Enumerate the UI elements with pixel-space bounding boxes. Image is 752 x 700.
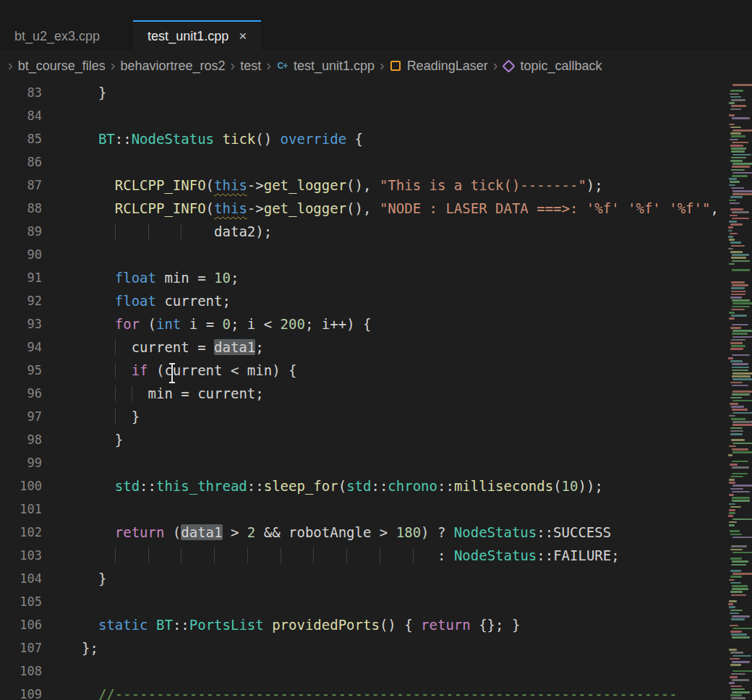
code-line[interactable]: 86	[0, 150, 752, 174]
code-line[interactable]: 90	[0, 243, 752, 266]
code-token: (current < min) {	[148, 362, 297, 378]
code-line[interactable]: 107};	[0, 636, 752, 660]
minimap-line	[732, 518, 752, 521]
line-number: 83	[0, 81, 45, 104]
code-token: (	[553, 478, 561, 494]
code-line[interactable]: 99	[0, 451, 752, 474]
code-text	[45, 104, 752, 127]
code-token: "NODE : LASER DATA ===>: '%f' '%f' '%f'"	[380, 200, 711, 216]
breadcrumb-item-bt_course_files[interactable]: bt_course_files	[18, 59, 106, 74]
minimap-line	[730, 530, 740, 532]
minimap-line	[730, 327, 741, 329]
minimap-line	[731, 257, 746, 259]
code-token	[82, 524, 115, 540]
minimap-line	[732, 393, 750, 396]
code-token: static	[98, 617, 148, 633]
close-icon[interactable]: ×	[239, 28, 247, 44]
code-line[interactable]: 97 }	[0, 405, 752, 428]
code-token: {}; }	[471, 617, 521, 633]
code-token: (	[164, 524, 181, 540]
minimap-line	[729, 221, 737, 223]
minimap-line	[732, 367, 749, 369]
minimap-line	[729, 239, 735, 241]
code-line[interactable]: 88 RCLCPP_INFO(this->get_logger(), "NODE…	[0, 197, 752, 220]
code-line[interactable]: 109 //----------------------------------…	[0, 683, 752, 700]
line-number: 86	[0, 150, 45, 174]
breadcrumb-item-topic_callback[interactable]: topic_callback	[503, 59, 602, 74]
chevron-right-icon: ›	[231, 57, 236, 74]
line-number: 89	[0, 220, 45, 243]
code-token	[115, 223, 148, 239]
breadcrumb-item-ReadingLaser[interactable]: ReadingLaser	[390, 59, 488, 74]
code-text: for (int i = 0; i < 200; i++) {	[45, 312, 752, 336]
code-token: int	[156, 316, 181, 332]
code-line[interactable]: 96 min = current;	[0, 382, 752, 405]
code-line[interactable]: 91 float min = 10;	[0, 266, 752, 289]
minimap-line	[729, 503, 735, 505]
code-area[interactable]: 83 }8485 BT::NodeStatus tick() override …	[0, 81, 752, 700]
code-token	[82, 362, 115, 378]
code-line[interactable]: 93 for (int i = 0; i < 200; i++) {	[0, 312, 752, 336]
minimap-line	[732, 491, 750, 493]
minimap-line	[732, 306, 750, 308]
breadcrumb-item-test[interactable]: test	[240, 59, 261, 74]
code-token: ::	[371, 478, 388, 494]
code-line[interactable]: 102 return (data1 > 2 && robotAngle > 18…	[0, 521, 752, 544]
code-line[interactable]: 94 current = data1;	[0, 336, 752, 359]
code-line[interactable]: 92 float current;	[0, 289, 752, 312]
breadcrumb-item-behaviortree_ros2[interactable]: behaviortree_ros2	[120, 59, 225, 74]
code-line[interactable]: 98 }	[0, 428, 752, 451]
code-token	[82, 200, 115, 216]
code-token	[82, 686, 98, 700]
breadcrumb-label: test	[240, 59, 261, 74]
code-line[interactable]: 95 if (current < min) {	[0, 359, 752, 382]
code-line[interactable]: 100 std::this_thread::sleep_for(std::chr…	[0, 474, 752, 498]
minimap[interactable]	[727, 81, 752, 700]
code-line[interactable]: 85 BT::NodeStatus tick() override {	[0, 127, 752, 150]
minimap-line	[732, 409, 748, 411]
minimap-line	[730, 233, 738, 235]
minimap-line	[732, 117, 750, 119]
line-number: 94	[0, 336, 45, 359]
code-line[interactable]: 87 RCLCPP_INFO(this->get_logger(), "This…	[0, 174, 752, 197]
code-text: : NodeStatus::FAILURE;	[45, 544, 752, 567]
minimap-line	[732, 163, 752, 165]
minimap-line	[729, 263, 735, 265]
code-line[interactable]: 104 }	[0, 567, 752, 590]
code-text: current = data1;	[45, 336, 752, 359]
minimap-line	[728, 230, 732, 232]
minimap-line	[730, 652, 743, 654]
minimap-line	[730, 403, 738, 405]
code-line[interactable]: 108	[0, 660, 752, 683]
code-token	[148, 547, 181, 563]
code-line[interactable]: 105	[0, 590, 752, 613]
code-line[interactable]: 103 : NodeStatus::FAILURE;	[0, 544, 752, 567]
code-text: }	[45, 567, 752, 590]
code-line[interactable]: 106 static BT::PortsList providedPorts()…	[0, 613, 752, 636]
code-token: data2);	[214, 223, 272, 239]
minimap-line	[732, 175, 748, 177]
editor[interactable]: 83 }8485 BT::NodeStatus tick() override …	[0, 81, 752, 700]
code-line[interactable]: 89 data2);	[0, 220, 752, 243]
code-line[interactable]: 83 }	[0, 81, 752, 104]
code-text: std::this_thread::sleep_for(std::chrono:…	[45, 474, 752, 498]
minimap-line	[731, 294, 745, 296]
code-token: NodeStatus	[454, 547, 537, 563]
minimap-line	[729, 317, 735, 320]
tab-bt_u2_ex3.cpp[interactable]: bt_u2_ex3.cpp	[0, 20, 114, 51]
minimap-line	[730, 694, 742, 696]
minimap-line	[731, 99, 745, 101]
minimap-line	[728, 226, 733, 229]
code-token: ,	[710, 200, 718, 216]
code-token: 10	[214, 270, 231, 286]
code-line[interactable]: 101	[0, 498, 752, 521]
minimap-line	[732, 372, 752, 375]
code-line[interactable]: 84	[0, 104, 752, 127]
line-number: 105	[0, 590, 45, 613]
code-token: return	[421, 617, 471, 633]
code-text: float min = 10;	[45, 266, 752, 289]
breadcrumb-item-test_unit1.cpp[interactable]: test_unit1.cpp	[276, 59, 375, 74]
code-token: data1	[214, 339, 255, 355]
tab-test_unit1.cpp[interactable]: test_unit1.cpp×	[133, 20, 261, 51]
code-token	[181, 547, 214, 563]
